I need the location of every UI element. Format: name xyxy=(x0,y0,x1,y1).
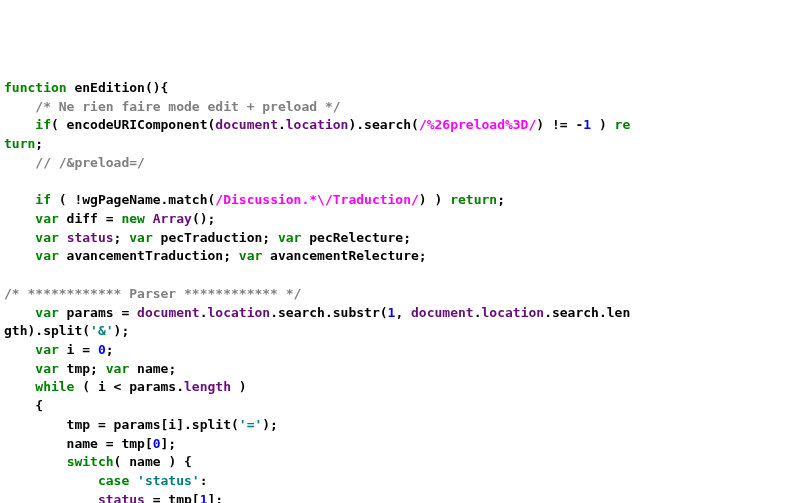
line-14: gth).split('&'); xyxy=(4,323,129,338)
line-12: /* ************ Parser ************ */ xyxy=(4,286,301,301)
line-17: while ( i < params.length ) xyxy=(4,379,247,394)
line-16: var tmp; var name; xyxy=(4,361,176,376)
line-5: // /&preload=/ xyxy=(4,155,145,170)
line-20: name = tmp[0]; xyxy=(4,436,176,451)
line-15: var i = 0; xyxy=(4,342,114,357)
line-13: var params = document.location.search.su… xyxy=(4,305,630,320)
line-19: tmp = params[i].split('='); xyxy=(4,417,278,432)
line-22: case 'status': xyxy=(4,473,208,488)
line-4: turn; xyxy=(4,136,43,151)
line-18: { xyxy=(4,398,43,413)
line-9: var status; var pecTraduction; var pecRe… xyxy=(4,230,411,245)
line-23: status = tmp[1]; xyxy=(4,492,223,503)
line-1: function enEdition(){ xyxy=(4,80,168,95)
code-block: function enEdition(){ /* Ne rien faire m… xyxy=(4,79,800,503)
line-7: if ( !wgPageName.match(/Discussion.*\/Tr… xyxy=(4,192,505,207)
line-3: if( encodeURIComponent(document.location… xyxy=(4,117,630,132)
line-10: var avancementTraduction; var avancement… xyxy=(4,248,427,263)
line-2: /* Ne rien faire mode edit + preload */ xyxy=(4,99,341,114)
line-21: switch( name ) { xyxy=(4,454,192,469)
line-8: var diff = new Array(); xyxy=(4,211,215,226)
